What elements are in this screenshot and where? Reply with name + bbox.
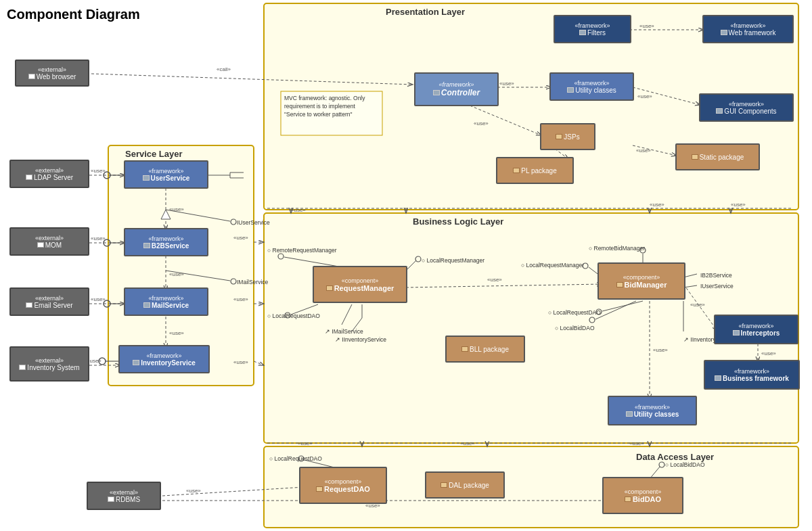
svg-point-114 bbox=[298, 456, 304, 461]
web-framework-component: «framework» Web framework bbox=[702, 15, 794, 43]
label: RDBMS bbox=[116, 496, 140, 503]
svg-point-95 bbox=[596, 309, 602, 315]
svg-text:○ LocalRequestManager: ○ LocalRequestManager bbox=[521, 262, 584, 269]
icon bbox=[616, 282, 623, 287]
icon bbox=[556, 134, 562, 139]
icon bbox=[433, 90, 440, 95]
label: Web framework bbox=[729, 29, 776, 37]
diagram-container: Component Diagram Presentation Layer Ser… bbox=[0, 0, 812, 531]
svg-point-68 bbox=[231, 279, 236, 284]
label: B2BService bbox=[152, 242, 189, 250]
icon bbox=[26, 302, 32, 308]
icon bbox=[133, 360, 139, 365]
web-browser-component: «external» Web browser bbox=[15, 60, 89, 87]
svg-text:IUserService: IUserService bbox=[700, 283, 734, 290]
svg-text:«use»: «use» bbox=[233, 235, 248, 241]
svg-text:○ LocalBidDAO: ○ LocalBidDAO bbox=[555, 325, 595, 331]
label: LDAP Server bbox=[34, 174, 73, 181]
svg-text:«use»: «use» bbox=[499, 80, 514, 87]
icon bbox=[692, 154, 698, 160]
svg-line-94 bbox=[602, 301, 643, 311]
rdbms-component: «external» RDBMS bbox=[87, 482, 161, 510]
svg-line-92 bbox=[683, 285, 697, 287]
pl-package-component: PL package bbox=[496, 157, 574, 184]
label: RequestManager bbox=[334, 284, 394, 292]
svg-text:«use»: «use» bbox=[298, 440, 313, 446]
svg-line-73 bbox=[406, 260, 416, 271]
bid-manager-component: «component» BidManager bbox=[597, 262, 685, 300]
svg-text:○ LocalRequestDAO: ○ LocalRequestDAO bbox=[548, 309, 601, 316]
label: Business framework bbox=[723, 375, 789, 382]
svg-text:«use»: «use» bbox=[629, 440, 644, 446]
label: MOM bbox=[45, 241, 62, 249]
svg-text:○ RemoteBidManager: ○ RemoteBidManager bbox=[589, 245, 645, 252]
svg-line-81 bbox=[291, 304, 318, 315]
bid-dao-component: «component» BidDAO bbox=[602, 477, 683, 514]
svg-point-130 bbox=[99, 358, 106, 365]
svg-point-65 bbox=[231, 219, 236, 225]
stereotype-label: «external» bbox=[38, 66, 66, 73]
svg-text:«use»: «use» bbox=[731, 202, 746, 208]
svg-text:IB2BService: IB2BService bbox=[700, 272, 732, 279]
mail-service-component: «framework» MailService bbox=[124, 287, 208, 316]
svg-text:«use»: «use» bbox=[637, 93, 652, 99]
label: BLL package bbox=[470, 346, 509, 353]
svg-text:○ LocalRequestManager: ○ LocalRequestManager bbox=[422, 257, 484, 264]
label: PL package bbox=[521, 167, 556, 175]
svg-text:«use»: «use» bbox=[761, 350, 776, 356]
svg-text:«use»: «use» bbox=[233, 296, 248, 302]
svg-text:«use»: «use» bbox=[653, 347, 668, 353]
icon bbox=[567, 87, 574, 93]
request-manager-component: «component» RequestManager bbox=[313, 266, 407, 303]
svg-text:«use»: «use» bbox=[460, 440, 475, 446]
svg-text:↗ IInventoryService: ↗ IInventoryService bbox=[335, 336, 386, 343]
svg-text:MVC framework: agnostic. Only: MVC framework: agnostic. Only bbox=[284, 95, 365, 101]
static-package-component: Static package bbox=[675, 143, 760, 170]
icon bbox=[626, 411, 633, 417]
label: Static package bbox=[700, 154, 744, 161]
svg-text:«use»: «use» bbox=[91, 235, 106, 241]
icon bbox=[579, 30, 586, 35]
svg-text:«use»: «use» bbox=[91, 296, 106, 302]
user-service-component: «framework» UserService bbox=[124, 160, 208, 189]
icon bbox=[26, 175, 32, 180]
label: Email Server bbox=[34, 302, 72, 309]
dal-package-component: DAL package bbox=[425, 471, 505, 499]
icon bbox=[625, 497, 631, 502]
bll-package-component: BLL package bbox=[445, 336, 525, 363]
gui-components-component: «framework» GUI Components bbox=[699, 93, 794, 122]
svg-text:Service Layer: Service Layer bbox=[125, 149, 183, 159]
svg-text:«use»: «use» bbox=[91, 168, 106, 174]
label: UserService bbox=[151, 175, 190, 182]
svg-text:«call»: «call» bbox=[217, 66, 231, 72]
svg-line-64 bbox=[166, 210, 230, 221]
icon bbox=[143, 175, 150, 181]
svg-point-74 bbox=[415, 256, 421, 262]
email-server-component: «external» Email Server bbox=[9, 287, 89, 316]
page-title: Component Diagram bbox=[7, 7, 140, 22]
component-name: Web browser bbox=[37, 73, 76, 80]
icon bbox=[733, 330, 740, 336]
utility-classes-pl-component: «framework» Utility classes bbox=[549, 72, 634, 101]
controller-component: «framework» Controller bbox=[414, 72, 499, 106]
icon bbox=[143, 302, 150, 308]
interceptors-label: Interceptors bbox=[741, 329, 780, 337]
svg-text:"Service to worker pattern": "Service to worker pattern" bbox=[284, 111, 353, 118]
b2b-service-component: «framework» B2BService bbox=[124, 228, 208, 256]
label: MailService bbox=[152, 302, 189, 309]
svg-line-102 bbox=[683, 284, 717, 331]
svg-text:«use»: «use» bbox=[636, 147, 651, 154]
svg-text:↗ IMailService: ↗ IMailService bbox=[325, 328, 363, 335]
svg-point-71 bbox=[278, 254, 284, 259]
svg-text:requirement is to implement: requirement is to implement bbox=[284, 103, 356, 110]
label: GUI Components bbox=[724, 108, 776, 115]
svg-line-12 bbox=[91, 74, 413, 85]
svg-text:«use»: «use» bbox=[487, 277, 502, 283]
svg-line-22 bbox=[162, 487, 304, 496]
svg-point-98 bbox=[589, 317, 595, 323]
inventory-system-component: «external» Inventory System bbox=[9, 346, 89, 382]
svg-text:Data Access Layer: Data Access Layer bbox=[636, 452, 714, 462]
mom-component: «external» MOM bbox=[9, 227, 89, 256]
svg-text:«use»: «use» bbox=[233, 359, 248, 365]
svg-text:«use»: «use» bbox=[474, 120, 489, 126]
